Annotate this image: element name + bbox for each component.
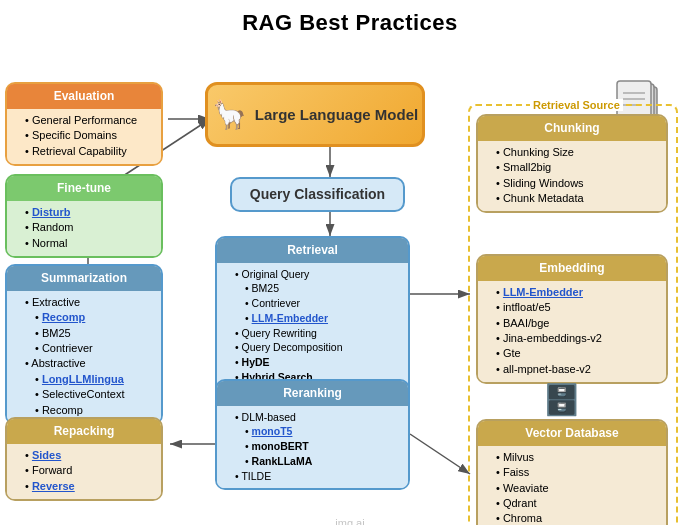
- finetune-body: • Disturb • Random • Normal: [7, 201, 161, 256]
- summarization-title: Summarization: [7, 266, 161, 291]
- vector-database-box: Vector Database • Milvus • Faiss • Weavi…: [476, 419, 668, 525]
- retrieval-title: Retrieval: [217, 238, 408, 263]
- reranking-box: Reranking • DLM-based • monoT5 • monoBER…: [215, 379, 410, 490]
- query-classification-box: Query Classification: [230, 177, 405, 212]
- llama-icon: 🦙: [212, 101, 247, 129]
- finetune-box: Fine-tune • Disturb • Random • Normal: [5, 174, 163, 258]
- chunking-title: Chunking: [478, 116, 666, 141]
- database-icon: 🗄️: [543, 382, 580, 417]
- query-classification-title: Query Classification: [250, 185, 385, 205]
- evaluation-body: • General Performance • Specific Domains…: [7, 109, 161, 164]
- repacking-title: Repacking: [7, 419, 161, 444]
- chunking-box: Chunking • Chunking Size • Small2big • S…: [476, 114, 668, 213]
- chunking-body: • Chunking Size • Small2big • Sliding Wi…: [478, 141, 666, 212]
- embedding-title: Embedding: [478, 256, 666, 281]
- repacking-box: Repacking • Sides • Forward • Reverse: [5, 417, 163, 501]
- vector-database-title: Vector Database: [478, 421, 666, 446]
- vector-database-body: • Milvus • Faiss • Weaviate • Qdrant • C…: [478, 446, 666, 525]
- page-title: RAG Best Practices: [0, 0, 700, 44]
- evaluation-title: Evaluation: [7, 84, 161, 109]
- retrieval-source-label: Retrieval Source: [530, 99, 623, 111]
- finetune-title: Fine-tune: [7, 176, 161, 201]
- reranking-body: • DLM-based • monoT5 • monoBERT • RankLL…: [217, 406, 408, 488]
- watermark: img.ai: [335, 517, 364, 525]
- summarization-body: • Extractive • Recomp • BM25 • Contrieve…: [7, 291, 161, 423]
- svg-line-10: [410, 434, 470, 474]
- embedding-body: • LLM-Embedder • intfloat/e5 • BAAI/bge …: [478, 281, 666, 382]
- evaluation-box: Evaluation • General Performance • Speci…: [5, 82, 163, 166]
- embedding-box: Embedding • LLM-Embedder • intfloat/e5 •…: [476, 254, 668, 384]
- llm-box: 🦙 Large Language Model: [205, 82, 425, 147]
- llm-title: Large Language Model: [255, 104, 418, 125]
- summarization-box: Summarization • Extractive • Recomp • BM…: [5, 264, 163, 425]
- reranking-title: Reranking: [217, 381, 408, 406]
- repacking-body: • Sides • Forward • Reverse: [7, 444, 161, 499]
